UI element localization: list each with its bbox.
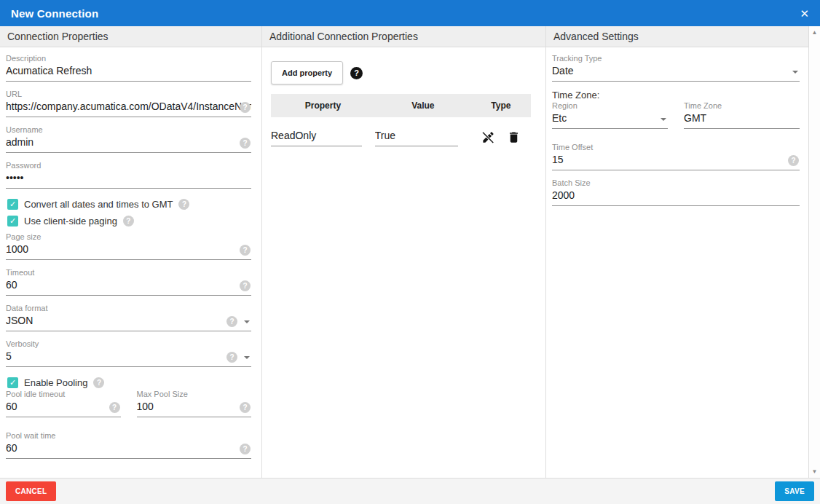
- url-field: URL ?: [6, 90, 251, 117]
- max-pool-size-input[interactable]: [137, 401, 252, 412]
- properties-table: Property Value Type: [271, 94, 531, 146]
- client-paging-label: Use client-side paging: [24, 216, 117, 227]
- url-label: URL: [6, 90, 251, 98]
- batch-size-input[interactable]: [552, 189, 800, 201]
- batch-size-label: Batch Size: [552, 178, 800, 187]
- tracking-type-caret-icon[interactable]: [792, 71, 798, 74]
- tracking-type-select[interactable]: [552, 65, 800, 76]
- convert-gmt-checkbox-row: ✓ Convert all dates and times to GMT ?: [7, 199, 251, 210]
- property-column-header: Property: [271, 101, 375, 111]
- client-paging-checkbox[interactable]: ✓: [7, 216, 18, 227]
- url-input[interactable]: [6, 101, 251, 112]
- edit-off-icon[interactable]: [481, 130, 495, 144]
- time-zone-label: Time Zone: [684, 101, 800, 110]
- pool-wait-time-input[interactable]: [6, 442, 251, 454]
- close-icon[interactable]: ✕: [800, 8, 809, 19]
- advanced-settings-header: Advanced Settings: [546, 26, 808, 47]
- region-label: Region: [552, 101, 668, 110]
- value-column-header: Value: [375, 101, 471, 111]
- region-caret-icon[interactable]: [661, 118, 666, 121]
- pool-wait-time-label: Pool wait time: [6, 431, 251, 440]
- scroll-up-icon[interactable]: ▲: [812, 29, 818, 36]
- dialog-title: New Connection: [11, 7, 98, 20]
- max-pool-size-label: Max Pool Size: [137, 390, 252, 398]
- connection-properties-header: Connection Properties: [0, 26, 261, 47]
- scroll-down-icon[interactable]: ▼: [812, 468, 818, 475]
- verbosity-caret-icon[interactable]: [244, 356, 250, 359]
- max-pool-size-help-icon[interactable]: ?: [240, 402, 251, 413]
- data-format-label: Data format: [6, 304, 251, 312]
- type-column-header: Type: [471, 101, 531, 111]
- property-name-input[interactable]: [271, 130, 362, 141]
- pool-wait-time-help-icon[interactable]: ?: [240, 444, 251, 454]
- time-offset-field: Time Offset ?: [552, 143, 800, 170]
- client-paging-checkbox-row: ✓ Use client-side paging ?: [7, 216, 251, 227]
- page-size-help-icon[interactable]: ?: [240, 245, 251, 256]
- timeout-label: Timeout: [6, 268, 251, 277]
- password-label: Password: [6, 161, 251, 170]
- tracking-type-field: Tracking Type: [552, 54, 800, 82]
- save-button[interactable]: SAVE: [775, 481, 814, 501]
- pool-wait-time-field: Pool wait time ?: [6, 431, 251, 459]
- time-offset-input[interactable]: [552, 154, 800, 165]
- connection-properties-panel: Connection Properties Description URL ? …: [0, 26, 262, 478]
- cancel-button[interactable]: CANCEL: [6, 481, 56, 501]
- property-cell: [271, 129, 375, 146]
- username-label: Username: [6, 125, 251, 134]
- verbosity-help-icon[interactable]: ?: [226, 352, 237, 363]
- region-select[interactable]: [552, 112, 668, 124]
- time-offset-help-icon[interactable]: ?: [788, 155, 799, 166]
- pool-idle-timeout-help-icon[interactable]: ?: [109, 402, 120, 413]
- properties-table-header: Property Value Type: [271, 94, 531, 117]
- url-help-icon[interactable]: ?: [240, 102, 251, 113]
- password-input[interactable]: [6, 172, 251, 184]
- timeout-input[interactable]: [6, 279, 251, 291]
- description-field: Description: [6, 54, 251, 82]
- convert-gmt-help-icon[interactable]: ?: [178, 199, 189, 210]
- data-format-select[interactable]: [6, 315, 251, 326]
- username-help-icon[interactable]: ?: [240, 138, 251, 149]
- batch-size-field: Batch Size: [552, 178, 800, 206]
- add-property-button[interactable]: Add property: [271, 61, 343, 84]
- time-zone-input[interactable]: [684, 112, 800, 124]
- enable-pooling-checkbox[interactable]: ✓: [7, 377, 18, 388]
- convert-gmt-label: Convert all dates and times to GMT: [24, 199, 173, 210]
- page-size-label: Page size: [6, 232, 251, 241]
- property-value-input[interactable]: [375, 130, 458, 141]
- timeout-help-icon[interactable]: ?: [240, 280, 251, 291]
- dialog-footer: CANCEL SAVE: [0, 478, 820, 504]
- dialog-body: Connection Properties Description URL ? …: [0, 26, 820, 478]
- password-field: Password: [6, 161, 251, 189]
- client-paging-help-icon[interactable]: ?: [123, 216, 134, 227]
- advanced-settings-panel: Advanced Settings Tracking Type Time Zon…: [546, 26, 808, 478]
- additional-properties-header: Additional Connection Properties: [262, 26, 545, 47]
- row-actions: [471, 130, 531, 146]
- enable-pooling-label: Enable Pooling: [24, 377, 87, 388]
- description-input[interactable]: [6, 65, 251, 76]
- data-format-caret-icon[interactable]: [244, 320, 250, 323]
- vertical-scrollbar[interactable]: ▲ ▼: [808, 26, 820, 478]
- username-input[interactable]: [6, 136, 251, 148]
- value-cell: [375, 129, 471, 146]
- delete-icon[interactable]: [507, 130, 521, 144]
- description-label: Description: [6, 54, 251, 63]
- region-field: Region: [552, 101, 668, 129]
- verbosity-field: Verbosity ?: [6, 339, 251, 367]
- verbosity-select[interactable]: [6, 350, 251, 362]
- convert-gmt-checkbox[interactable]: ✓: [7, 199, 18, 210]
- page-size-input[interactable]: [6, 243, 251, 255]
- add-property-row: Add property ?: [271, 61, 535, 84]
- timeout-field: Timeout ?: [6, 268, 251, 296]
- pool-idle-timeout-field: Pool idle timeout ?: [6, 390, 121, 417]
- pool-idle-timeout-input[interactable]: [6, 401, 121, 412]
- data-format-help-icon[interactable]: ?: [226, 316, 237, 327]
- tracking-type-label: Tracking Type: [552, 54, 800, 63]
- verbosity-label: Verbosity: [6, 339, 251, 348]
- time-offset-label: Time Offset: [552, 143, 800, 151]
- enable-pooling-help-icon[interactable]: ?: [93, 377, 104, 388]
- max-pool-size-field: Max Pool Size ?: [137, 390, 252, 417]
- add-property-help-icon[interactable]: ?: [350, 67, 363, 79]
- username-field: Username ?: [6, 125, 251, 153]
- time-zone-field: Time Zone: [684, 101, 800, 129]
- pool-idle-timeout-label: Pool idle timeout: [6, 390, 121, 398]
